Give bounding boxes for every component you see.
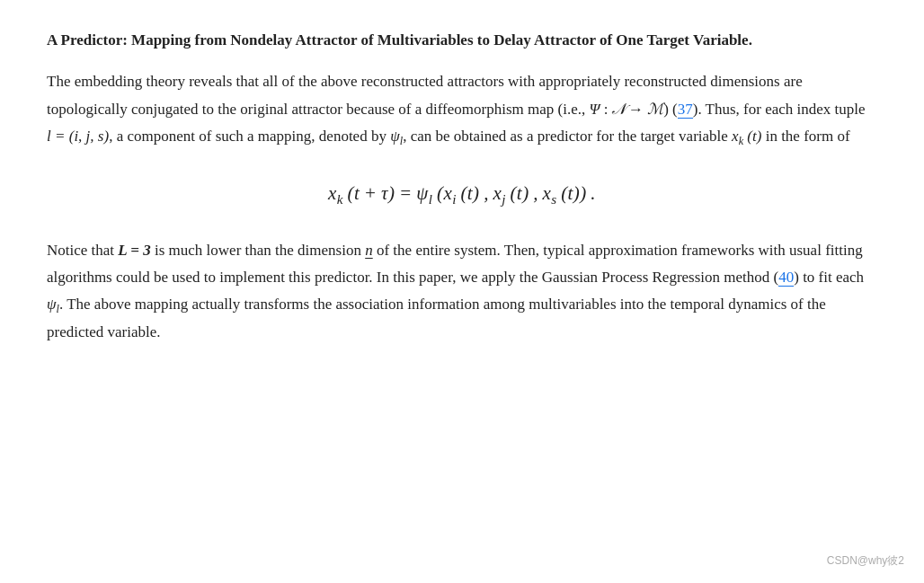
psi-l-symbol: ψl bbox=[390, 128, 403, 145]
paragraph-2: Notice that L = 3 is much lower than the… bbox=[47, 237, 877, 346]
psi-l-inline: ψl bbox=[47, 296, 59, 313]
ref-40-link[interactable]: 40 bbox=[778, 269, 794, 287]
equation-block: xk (t + τ) = ψl (xi (t) , xj (t) , xs (t… bbox=[47, 177, 877, 210]
n-dimension: n bbox=[365, 242, 373, 259]
l-tuple: l = (i, j, s) bbox=[47, 128, 109, 145]
content-area: A Predictor: Mapping from Nondelay Attra… bbox=[47, 29, 877, 346]
psi-symbol: Ψ bbox=[589, 101, 600, 118]
watermark: CSDN@why彼2 bbox=[827, 552, 904, 570]
ref-37-link[interactable]: 37 bbox=[678, 101, 693, 119]
equation-display: xk (t + τ) = ψl (xi (t) , xj (t) , xs (t… bbox=[328, 177, 596, 210]
xk-t-expr: xk (t) bbox=[732, 128, 761, 145]
cal-M-symbol: ℳ bbox=[647, 101, 663, 118]
L-equals-3: L = 3 bbox=[118, 242, 150, 259]
paragraph-1: The embedding theory reveals that all of… bbox=[47, 68, 877, 150]
section-title: A Predictor: Mapping from Nondelay Attra… bbox=[47, 29, 877, 52]
cal-N-symbol: 𝒩 bbox=[612, 101, 625, 118]
